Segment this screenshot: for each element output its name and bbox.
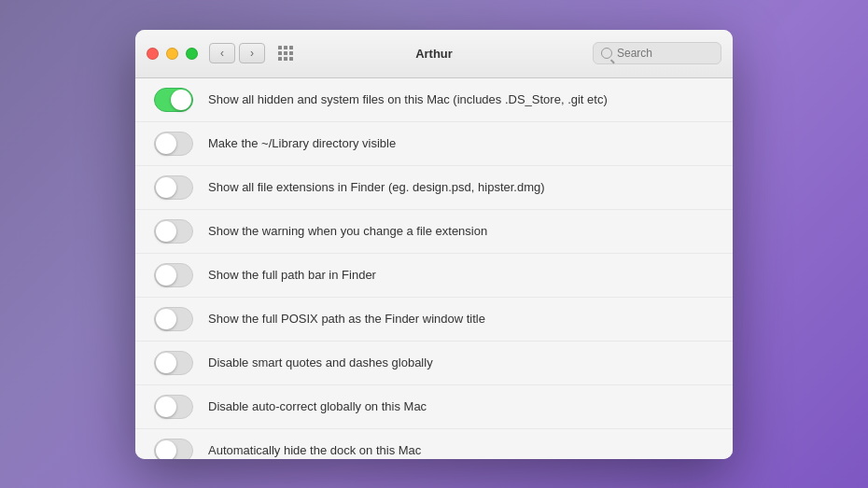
maximize-button[interactable] <box>186 48 198 60</box>
setting-row: Disable auto-correct globally on this Ma… <box>135 385 733 429</box>
minimize-button[interactable] <box>166 48 178 60</box>
setting-label: Show the full POSIX path as the Finder w… <box>208 312 714 326</box>
toggle-thumb <box>171 90 191 110</box>
toggle-path-bar[interactable] <box>154 263 193 287</box>
toggle-hidden-files[interactable] <box>154 88 193 112</box>
back-button[interactable]: ‹ <box>209 43 235 63</box>
setting-label: Disable auto-correct globally on this Ma… <box>208 399 714 413</box>
setting-row: Make the ~/Library directory visible <box>135 122 733 166</box>
toggle-file-extensions[interactable] <box>154 175 193 200</box>
toggle-smart-quotes[interactable] <box>154 351 193 375</box>
toggle-thumb <box>156 133 176 154</box>
setting-row: Show all file extensions in Finder (eg. … <box>135 166 733 210</box>
toggle-thumb <box>156 177 176 198</box>
nav-buttons: ‹ › <box>209 43 265 63</box>
setting-label: Show all hidden and system files on this… <box>208 92 714 106</box>
setting-row: Show the full POSIX path as the Finder w… <box>135 298 733 342</box>
window-title: Arthur <box>415 47 453 61</box>
settings-list: Show all hidden and system files on this… <box>135 78 733 459</box>
setting-row: Show all hidden and system files on this… <box>135 78 733 122</box>
setting-label: Show all file extensions in Finder (eg. … <box>208 180 714 194</box>
search-bar[interactable] <box>593 42 721 64</box>
setting-row: Automatically hide the dock on this Mac <box>135 429 733 459</box>
setting-label: Automatically hide the dock on this Mac <box>208 443 714 457</box>
setting-row: Show the warning when you change a file … <box>135 210 733 254</box>
toggle-thumb <box>156 397 176 417</box>
setting-label: Make the ~/Library directory visible <box>208 136 714 150</box>
grid-view-button[interactable] <box>273 40 299 66</box>
toggle-thumb <box>156 265 176 286</box>
toggle-thumb <box>156 309 176 329</box>
toggle-thumb <box>156 221 176 242</box>
toggle-dock-hide[interactable] <box>154 439 193 459</box>
titlebar: ‹ › Arthur <box>135 30 733 78</box>
setting-label: Show the warning when you change a file … <box>208 224 714 238</box>
toggle-thumb <box>156 353 176 373</box>
search-input[interactable] <box>617 47 713 60</box>
toggle-library-visible[interactable] <box>154 132 193 156</box>
setting-label: Show the full path bar in Finder <box>208 268 714 282</box>
toggle-posix-path[interactable] <box>154 307 193 331</box>
close-button[interactable] <box>147 48 159 60</box>
grid-icon <box>278 46 293 61</box>
main-window: ‹ › Arthur Show all hidden and system fi… <box>135 30 733 459</box>
toggle-extension-warning[interactable] <box>154 219 193 244</box>
forward-button[interactable]: › <box>239 43 265 63</box>
setting-row: Show the full path bar in Finder <box>135 254 733 298</box>
setting-row: Disable smart quotes and dashes globally <box>135 342 733 385</box>
search-icon <box>601 48 612 59</box>
setting-label: Disable smart quotes and dashes globally <box>208 356 714 369</box>
toggle-thumb <box>156 440 176 459</box>
toggle-autocorrect[interactable] <box>154 395 193 419</box>
traffic-lights <box>147 48 198 60</box>
